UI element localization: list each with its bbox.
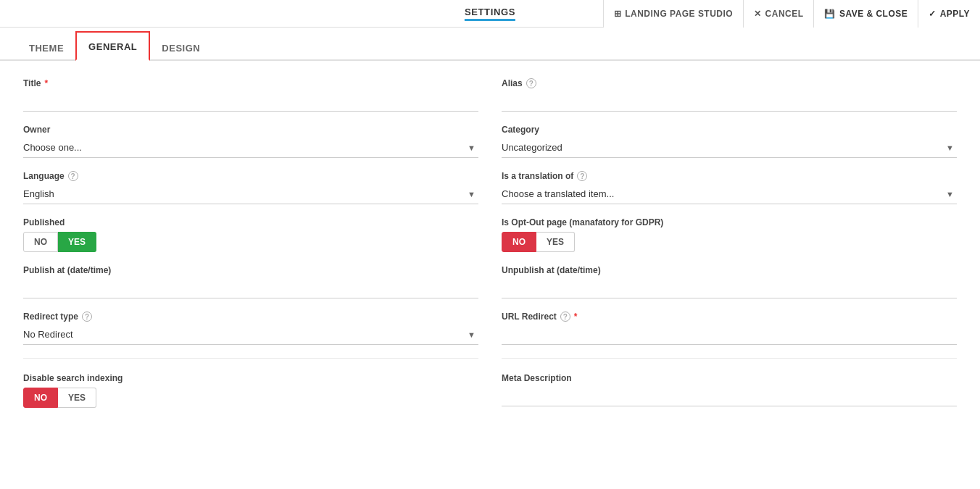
save-icon: 💾 xyxy=(824,9,835,19)
category-section: Category Uncategorized ▼ xyxy=(502,125,957,158)
url-redirect-input[interactable] xyxy=(502,325,957,345)
redirect-type-section: Redirect type ? No Redirect ▼ xyxy=(23,312,478,345)
topbar-center: SETTINGS xyxy=(465,7,515,21)
right-divider xyxy=(502,358,957,359)
form-grid: Title * Owner Choose one... ▼ xyxy=(23,78,957,421)
tab-design[interactable]: DESIGN xyxy=(150,34,212,61)
language-label: Language ? xyxy=(23,171,478,181)
meta-description-section: Meta Description xyxy=(502,373,957,406)
disable-search-no-button[interactable]: NO xyxy=(23,388,58,408)
url-redirect-required-star: * xyxy=(574,312,578,322)
publish-at-section: Publish at (date/time) xyxy=(23,265,478,298)
opt-out-toggle-group: NO YES xyxy=(502,232,957,252)
redirect-type-help-icon[interactable]: ? xyxy=(82,312,92,322)
title-input[interactable] xyxy=(23,91,478,112)
title-section: Title * xyxy=(23,78,478,112)
opt-out-no-button[interactable]: NO xyxy=(502,232,536,252)
alias-label: Alias ? xyxy=(502,78,957,88)
redirect-type-select[interactable]: No Redirect xyxy=(23,325,478,345)
category-select-wrapper: Uncategorized ▼ xyxy=(502,138,957,158)
alias-help-icon[interactable]: ? xyxy=(526,78,536,88)
owner-section: Owner Choose one... ▼ xyxy=(23,125,478,158)
language-select-wrapper: English ▼ xyxy=(23,184,478,204)
title-required-star: * xyxy=(44,78,48,88)
meta-description-input[interactable] xyxy=(502,386,957,406)
published-label: Published xyxy=(23,217,478,227)
landing-page-studio-button[interactable]: ⊞ LANDING PAGE STUDIO xyxy=(603,0,743,28)
unpublish-at-label: Unpublish at (date/time) xyxy=(502,265,957,275)
topbar-title: SETTINGS xyxy=(465,7,515,17)
opt-out-section: Is Opt-Out page (manafatory for GDPR) NO… xyxy=(502,217,957,252)
landing-page-icon: ⊞ xyxy=(614,9,621,19)
apply-button[interactable]: ✓ APPLY xyxy=(918,0,980,28)
form-right-column: Alias ? Category Uncategorized ▼ xyxy=(502,78,957,421)
publish-at-label: Publish at (date/time) xyxy=(23,265,478,275)
alias-section: Alias ? xyxy=(502,78,957,112)
published-section: Published NO YES xyxy=(23,217,478,252)
unpublish-at-section: Unpublish at (date/time) xyxy=(502,265,957,298)
language-help-icon[interactable]: ? xyxy=(68,171,78,181)
published-toggle-group: NO YES xyxy=(23,232,478,252)
meta-description-label: Meta Description xyxy=(502,373,957,383)
url-redirect-section: URL Redirect ? * xyxy=(502,312,957,345)
topbar-actions: ⊞ LANDING PAGE STUDIO ✕ CANCEL 💾 SAVE & … xyxy=(603,0,980,27)
owner-select[interactable]: Choose one... xyxy=(23,138,478,158)
settings-content: Title * Owner Choose one... ▼ xyxy=(0,61,980,438)
category-select[interactable]: Uncategorized xyxy=(502,138,957,158)
disable-search-toggle-group: NO YES xyxy=(23,388,478,408)
cancel-icon: ✕ xyxy=(754,9,761,19)
redirect-type-label: Redirect type ? xyxy=(23,312,478,322)
url-redirect-label: URL Redirect ? * xyxy=(502,312,957,322)
disable-search-section: Disable search indexing NO YES xyxy=(23,373,478,408)
topbar-underline xyxy=(465,19,515,21)
alias-input[interactable] xyxy=(502,91,957,112)
category-label: Category xyxy=(502,125,957,135)
save-close-button[interactable]: 💾 SAVE & CLOSE xyxy=(813,0,918,28)
disable-search-label: Disable search indexing xyxy=(23,373,478,383)
published-yes-button[interactable]: YES xyxy=(58,232,96,252)
cancel-button[interactable]: ✕ CANCEL xyxy=(743,0,813,28)
opt-out-label: Is Opt-Out page (manafatory for GDPR) xyxy=(502,217,957,227)
opt-out-yes-button[interactable]: YES xyxy=(536,232,575,252)
published-no-button[interactable]: NO xyxy=(23,232,58,252)
left-divider xyxy=(23,358,478,359)
translation-select[interactable]: Choose a translated item... xyxy=(502,184,957,204)
topbar: SETTINGS ⊞ LANDING PAGE STUDIO ✕ CANCEL … xyxy=(0,0,980,28)
owner-select-wrapper: Choose one... ▼ xyxy=(23,138,478,158)
check-icon: ✓ xyxy=(929,9,936,19)
tabs-bar: THEME GENERAL DESIGN xyxy=(0,28,980,61)
title-label: Title * xyxy=(23,78,478,88)
translation-help-icon[interactable]: ? xyxy=(577,171,587,181)
disable-search-yes-button[interactable]: YES xyxy=(58,388,96,408)
publish-at-input[interactable] xyxy=(23,278,478,298)
language-section: Language ? English ▼ xyxy=(23,171,478,204)
form-left-column: Title * Owner Choose one... ▼ xyxy=(23,78,478,421)
tab-theme[interactable]: THEME xyxy=(17,34,75,61)
translation-label: Is a translation of ? xyxy=(502,171,957,181)
redirect-type-select-wrapper: No Redirect ▼ xyxy=(23,325,478,345)
tab-general[interactable]: GENERAL xyxy=(75,31,150,61)
translation-select-wrapper: Choose a translated item... ▼ xyxy=(502,184,957,204)
owner-label: Owner xyxy=(23,125,478,135)
translation-section: Is a translation of ? Choose a translate… xyxy=(502,171,957,204)
unpublish-at-input[interactable] xyxy=(502,278,957,298)
url-redirect-help-icon[interactable]: ? xyxy=(560,312,570,322)
language-select[interactable]: English xyxy=(23,184,478,204)
